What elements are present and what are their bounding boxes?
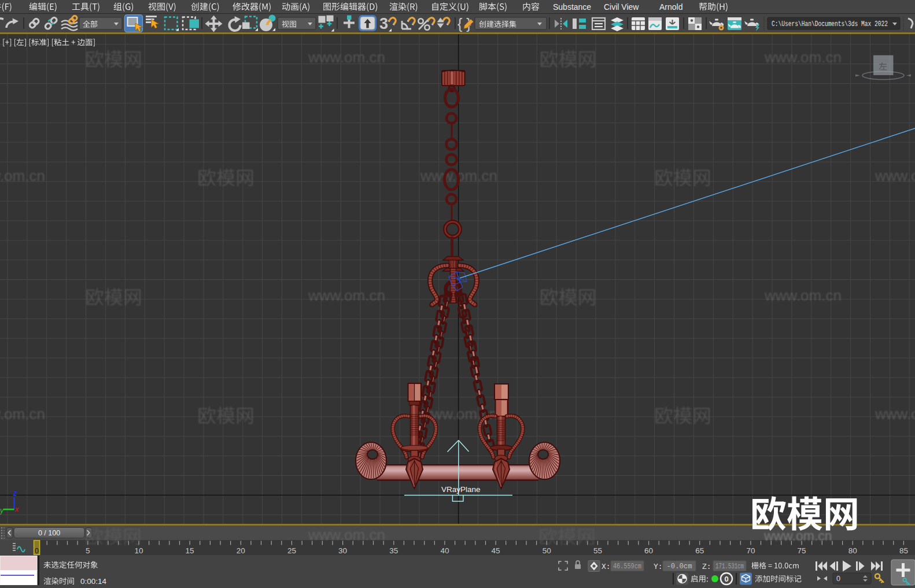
svg-text:Substance: Substance — [553, 2, 591, 12]
svg-text:y: y — [0, 506, 4, 515]
svg-text:www.om.cn: www.om.cn — [0, 167, 45, 184]
svg-text:45: 45 — [492, 546, 500, 555]
svg-text:www.om.cn: www.om.cn — [308, 49, 385, 66]
svg-text:www.om.cn: www.om.cn — [764, 287, 842, 304]
svg-text:www.om.cn: www.om.cn — [875, 405, 915, 423]
svg-text:85: 85 — [899, 546, 908, 555]
svg-text:30: 30 — [338, 546, 347, 555]
svg-text:Arnold: Arnold — [659, 2, 682, 12]
svg-text:0 / 100: 0 / 100 — [38, 529, 60, 537]
svg-text:0: 0 — [35, 547, 39, 555]
svg-text:C:\Users\Han\Documents\3ds Max: C:\Users\Han\Documents\3ds Max 2022 — [772, 20, 888, 28]
svg-text:3: 3 — [379, 15, 388, 32]
svg-text:-0.0cm: -0.0cm — [667, 563, 692, 571]
svg-text:46.559cm: 46.559cm — [613, 563, 641, 571]
svg-text:z: z — [13, 489, 17, 497]
svg-text:25: 25 — [287, 546, 296, 555]
svg-text:www.om.cn: www.om.cn — [308, 287, 385, 304]
svg-text:0:00:14: 0:00:14 — [80, 577, 107, 586]
svg-text:VRayPlane: VRayPlane — [441, 485, 481, 494]
svg-text:Civil View: Civil View — [604, 2, 639, 12]
svg-text:0: 0 — [836, 575, 840, 583]
svg-text:50: 50 — [543, 546, 551, 555]
svg-text:www.om.cn: www.om.cn — [875, 167, 915, 184]
svg-text:75: 75 — [798, 546, 806, 555]
svg-text:60: 60 — [644, 546, 653, 555]
svg-text:www.om.cn: www.om.cn — [0, 405, 45, 423]
svg-text:x: x — [14, 505, 19, 513]
svg-text:171.531cm: 171.531cm — [715, 563, 744, 571]
svg-text:20: 20 — [237, 546, 245, 555]
svg-text:55: 55 — [593, 546, 602, 555]
svg-text:70: 70 — [746, 546, 755, 555]
svg-text:www.om.cn: www.om.cn — [764, 49, 842, 66]
svg-text:5: 5 — [86, 546, 90, 555]
svg-text:15: 15 — [186, 546, 194, 555]
svg-text:80: 80 — [848, 546, 857, 555]
svg-text:Z:: Z: — [702, 563, 711, 571]
svg-text:65: 65 — [695, 546, 704, 555]
svg-text:Y:: Y: — [654, 563, 663, 571]
svg-text:X:: X: — [602, 563, 611, 571]
svg-text:0: 0 — [724, 575, 728, 583]
svg-text:10: 10 — [134, 546, 143, 555]
svg-text:40: 40 — [440, 546, 449, 555]
svg-text:35: 35 — [389, 546, 398, 555]
